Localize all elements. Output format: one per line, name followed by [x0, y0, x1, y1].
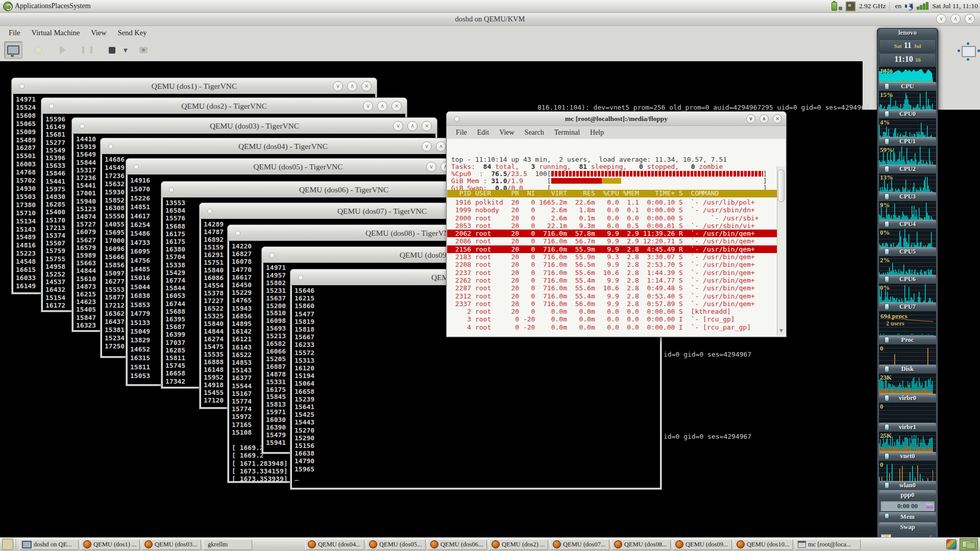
gkrellm-label-cpu2[interactable]: CPU2 — [879, 165, 936, 173]
process-row-4[interactable]: 4 root 0 -20 0.0m 0.0m 0.0 0.0 0:00.00 I… — [447, 323, 777, 331]
gkrellm-label-disk[interactable]: Disk — [879, 365, 936, 373]
gkrellm-chart-wlan0[interactable]: 0 — [879, 461, 936, 481]
gkrellm-label-vnet0[interactable]: vnet0 — [879, 452, 936, 461]
task-button-5[interactable]: QEMU (dos04... — [305, 539, 364, 550]
task-button-13[interactable]: mc [root@loca... — [795, 539, 861, 550]
panel-menu-applications[interactable]: Applications — [15, 2, 52, 10]
task-button-10[interactable]: QEMU (dos08... — [611, 539, 671, 550]
window-menu-icon[interactable] — [19, 84, 24, 89]
process-row-2000[interactable]: 2000 root 20 0 2.6m 0.1m 0.0 0.0 0:00.00… — [447, 214, 777, 222]
terminal-menu-help[interactable]: Help — [585, 129, 609, 137]
console-button[interactable] — [4, 41, 22, 59]
minimize-icon[interactable]: ∨ — [746, 114, 755, 123]
gkrellm-chart-cpu1[interactable]: 4% — [879, 118, 936, 137]
gkrellm-chart-cpu4[interactable]: 9% — [879, 201, 936, 220]
gkrellm-chart-cpu0[interactable]: 15% — [879, 91, 936, 110]
gkrellm-label-cpu[interactable]: CPU — [879, 82, 936, 91]
vnc-titlebar[interactable]: QEMU (dos04) - TigerVNC∨∧× — [101, 138, 465, 155]
gkrellm-chart-cpu[interactable]: 14% — [879, 67, 936, 82]
gkrellm-chart-proc[interactable]: 694 procs2 users — [879, 311, 936, 336]
shutdown-button[interactable] — [103, 42, 120, 58]
window-menu-icon[interactable] — [270, 253, 275, 258]
window-menu-icon[interactable] — [298, 275, 303, 280]
task-button-11[interactable]: QEMU (dos09... — [673, 539, 732, 550]
tray-app-icon[interactable] — [946, 539, 957, 549]
process-row-2086[interactable]: 2086 root 20 0 716.0m 56.7m 9.9 2.9 12:2… — [447, 237, 777, 245]
vm-menu-view[interactable]: View — [85, 29, 112, 37]
terminal-menu-view[interactable]: View — [494, 129, 519, 137]
gkrellm-chart-disk[interactable]: 0 — [879, 344, 936, 365]
gkrellm-label-proc[interactable]: Proc — [879, 336, 936, 344]
process-row-2262[interactable]: 2262 root 20 0 716.0m 55.4m 9.9 2.8 1:14… — [447, 277, 777, 284]
panel-menu-system[interactable]: System — [69, 2, 90, 10]
window-menu-icon[interactable] — [207, 209, 212, 214]
vnc-titlebar[interactable]: QEMU (dos1) - TigerVNC∨∧× — [12, 78, 377, 94]
gkrellm-label-cpu6[interactable]: CPU6 — [879, 275, 936, 284]
details-button[interactable] — [30, 42, 47, 58]
gkrellm-label-cpu3[interactable]: CPU3 — [879, 192, 936, 201]
gkrellm-time[interactable]: 11:10 16 — [879, 53, 936, 66]
process-row-1999[interactable]: 1999 nobody 20 0 2.6m 1.8m 0.0 0.1 0:00.… — [447, 206, 777, 214]
gkrellm-chart-cpu6[interactable]: 2% — [879, 256, 936, 275]
process-row-3[interactable]: 3 root 0 -20 0.0m 0.0m 0.0 0.0 0:00.00 I… — [447, 315, 777, 323]
minimize-icon[interactable]: ∨ — [936, 14, 946, 24]
maximize-icon[interactable]: ∧ — [436, 141, 446, 152]
maximize-icon[interactable]: ∧ — [950, 14, 961, 24]
minimize-icon[interactable]: ∨ — [393, 121, 403, 131]
minimize-icon[interactable]: ∨ — [422, 141, 432, 152]
gkrellm-label-cpu4[interactable]: CPU4 — [879, 220, 936, 229]
process-row-2312[interactable]: 2312 root 20 0 716.0m 55.4m 9.9 2.8 0:53… — [447, 292, 777, 300]
virt-manager-titlebar[interactable]: doshd on QEMU/KVM ∨ ∧ × — [0, 12, 980, 26]
minimize-icon[interactable]: ∨ — [363, 101, 373, 111]
gkrellm-label-virbr1[interactable]: virbr1 — [879, 423, 936, 432]
gkrellm-monitor[interactable]: lenovo Sat 11 Jul 11:10 16 14%CPU15%CPU0… — [877, 28, 938, 551]
task-button-1[interactable]: QEMU (dos1) ... — [81, 539, 140, 550]
workspace-switcher-icon[interactable] — [960, 538, 978, 550]
gkrellm-chart-cpu5[interactable]: 0% — [879, 229, 936, 247]
task-button-12[interactable]: QEMU (dos10... — [734, 539, 793, 550]
maximize-icon[interactable]: ∧ — [377, 101, 387, 111]
gkrellm-label-cpu5[interactable]: CPU5 — [879, 247, 936, 256]
gkrellm-label-cpu0[interactable]: CPU0 — [879, 110, 936, 118]
gkrellm-label-cpu7[interactable]: CPU7 — [879, 303, 936, 311]
gkrellm-date[interactable]: Sat 11 Jul — [879, 39, 936, 53]
network-signal-icon[interactable] — [917, 3, 928, 10]
screenshot-button[interactable] — [135, 42, 152, 58]
terminal-titlebar[interactable]: mc [root@localhost]:/media/floppy ∨ ∧ × — [447, 112, 786, 126]
close-icon[interactable]: × — [361, 81, 372, 91]
close-icon[interactable]: × — [422, 121, 432, 131]
timer-button[interactable] — [926, 504, 933, 508]
distro-menu-icon[interactable] — [3, 2, 13, 11]
process-row-2053[interactable]: 2053 root 20 0 22.1m 9.3m 0.0 0.5 0:00.0… — [447, 222, 777, 230]
task-button-7[interactable]: QEMU (dos06... — [428, 539, 487, 550]
window-menu-icon[interactable] — [235, 231, 240, 236]
window-menu-icon[interactable] — [454, 116, 459, 121]
vm-menu-file[interactable]: File — [3, 29, 26, 37]
maximize-icon[interactable]: ∧ — [407, 121, 418, 131]
vnc-titlebar[interactable]: QEMU (dos2) - TigerVNC∨∧× — [41, 98, 407, 114]
window-menu-icon[interactable] — [108, 144, 113, 149]
task-button-2[interactable]: QEMU (dos03... — [142, 539, 201, 550]
gkrellm-label-wlan0[interactable]: wlan0 — [879, 481, 936, 490]
task-button-8[interactable]: QEMU (dos2) ... — [489, 539, 548, 550]
battery-icon[interactable] — [831, 2, 837, 11]
terminal-window[interactable]: mc [root@localhost]:/media/floppy ∨ ∧ × … — [446, 111, 787, 337]
process-row-2237[interactable]: 2237 root 20 0 716.0m 55.6m 10.6 2.8 1:4… — [447, 269, 777, 277]
window-menu-icon[interactable] — [134, 164, 139, 169]
task-button-0[interactable]: doshd on QE... — [19, 539, 79, 550]
terminal-menu-edit[interactable]: Edit — [472, 129, 494, 137]
gkrellm-panel-mem[interactable]: Mem — [879, 512, 936, 522]
minimize-icon[interactable]: ∨ — [333, 81, 343, 91]
terminal-menu-search[interactable]: Search — [520, 129, 549, 137]
gkrellm-chart-virbr0[interactable]: 23K — [879, 373, 936, 394]
process-row-2337[interactable]: 2337 root 20 0 716.0m 56.0m 9.9 2.8 0:57… — [447, 300, 777, 308]
cpu-freq-icon[interactable] — [846, 2, 855, 11]
task-button-3[interactable]: gkrellm — [203, 539, 252, 550]
terminal-menu-terminal[interactable]: Terminal — [549, 129, 585, 137]
panel-menu-places[interactable]: Places — [52, 2, 70, 10]
gkrellm-label-virbr0[interactable]: virbr0 — [879, 394, 936, 403]
maximize-icon[interactable]: ∧ — [760, 114, 769, 123]
volume-icon[interactable] — [905, 3, 913, 10]
gkrellm-hostname[interactable]: lenovo — [879, 29, 936, 39]
gkrellm-chart-cpu7[interactable]: 0% — [879, 284, 936, 303]
